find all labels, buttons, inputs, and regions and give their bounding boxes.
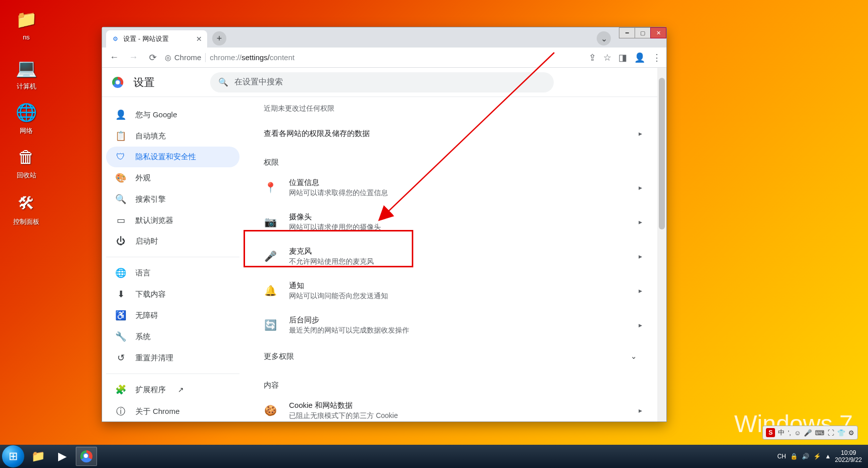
ime-item[interactable]: 👕: [837, 429, 845, 437]
network-icon: 🌐: [14, 100, 38, 124]
sidebar-item[interactable]: ▭默认浏览器: [106, 210, 239, 231]
desktop-icon-ns[interactable]: 📁 ns: [6, 7, 46, 41]
profile-icon[interactable]: 👤: [634, 52, 645, 63]
tray-item[interactable]: ⚡: [813, 453, 821, 460]
settings-body: 👤您与 Google📋自动填充🛡隐私设置和安全性🎨外观🔍搜索引擎▭默认浏览器⏻启…: [102, 97, 657, 422]
chevron-right-icon: ▸: [639, 218, 642, 226]
omnibox[interactable]: ◎ Chrome chrome://settings/content: [165, 53, 584, 62]
ime-item[interactable]: ⌨: [815, 429, 825, 437]
permission-item[interactable]: 🔄后台同步最近关闭的网站可以完成数据收发操作▸: [249, 308, 652, 342]
taskbar-clock[interactable]: 10:09 2022/9/22: [835, 449, 862, 464]
sidebar-item[interactable]: ⏻启动时: [106, 231, 239, 252]
sidebar-item-icon: 🔍: [115, 194, 126, 205]
chevron-right-icon: ▸: [639, 321, 642, 329]
tab-search-button[interactable]: ⌄: [597, 31, 611, 45]
sidebar-item[interactable]: 👤您与 Google: [106, 104, 239, 125]
nav-forward-button[interactable]: →: [126, 51, 140, 65]
permission-item[interactable]: 🔔通知网站可以询问能否向您发送通知▸: [249, 273, 652, 308]
ime-item[interactable]: ⛶: [828, 429, 834, 437]
taskbar-item-media-player[interactable]: ▶: [52, 447, 73, 466]
site-info-button[interactable]: ◎ Chrome: [165, 53, 206, 62]
sidebar-item[interactable]: ↺重置并清理: [106, 347, 239, 368]
section-label-permissions: 权限: [249, 148, 652, 170]
tray-item[interactable]: ▲: [825, 453, 831, 460]
maximize-button[interactable]: ▢: [635, 27, 651, 38]
ime-item[interactable]: 中: [778, 428, 785, 437]
system-tray: CH 🔒 🔊 ⚡ ▲ 10:09 2022/9/22: [777, 449, 866, 464]
kebab-menu-icon[interactable]: ⋮: [652, 52, 661, 63]
sidebar-separator: [106, 373, 239, 374]
desktop-icon-recycle-bin[interactable]: 🗑 回收站: [6, 145, 46, 180]
sidebar-item-icon: 🛡: [115, 152, 126, 162]
settings-app: 设置 🔍 在设置中搜索 👤您与 Google📋自动填充🛡隐私设置和安全性🎨外观🔍…: [102, 68, 657, 422]
more-permissions-row[interactable]: 更多权限 ⌄: [249, 342, 652, 370]
ime-item[interactable]: 🎤: [804, 429, 812, 437]
ime-item[interactable]: ☺: [794, 429, 801, 437]
share-icon[interactable]: ⇪: [589, 52, 596, 63]
sidebar-item[interactable]: 🧩扩展程序↗: [106, 379, 239, 400]
chrome-window: ⚙ 设置 - 网站设置 ✕ + ⌄ ━ ▢ ✕ ← → ⟳ ◎ Chrome: [102, 27, 667, 422]
permission-item-icon: 🔔: [264, 285, 277, 297]
desktop-icon-computer[interactable]: 💻 计算机: [6, 56, 46, 91]
taskbar-item-explorer[interactable]: 📁: [27, 447, 49, 466]
settings-main: 近期未更改过任何权限 查看各网站的权限及储存的数据 ▸ 权限 📍位置信息网站可以…: [244, 97, 657, 422]
browser-tab[interactable]: ⚙ 设置 - 网站设置 ✕: [106, 30, 207, 48]
desktop-icon-network[interactable]: 🌐 网络: [6, 100, 46, 135]
nav-reload-button[interactable]: ⟳: [146, 51, 160, 65]
bookmark-icon[interactable]: ☆: [603, 52, 611, 63]
sidebar-item[interactable]: 🌐语言: [106, 262, 239, 284]
settings-search-placeholder: 在设置中搜索: [234, 77, 283, 87]
permission-item-icon: 📷: [264, 216, 277, 228]
close-button[interactable]: ✕: [650, 27, 666, 38]
item-title: 位置信息: [289, 178, 626, 188]
scrollbar-thumb[interactable]: [659, 78, 665, 229]
ime-item[interactable]: ⚙: [848, 429, 854, 437]
permission-item[interactable]: 🎤麦克风不允许网站使用您的麦克风▸: [249, 239, 652, 273]
tray-item[interactable]: 🔒: [790, 453, 798, 460]
sidebar-item[interactable]: 🔧系统: [106, 326, 239, 347]
sidebar-item-label: 启动时: [135, 237, 158, 246]
sidebar-item[interactable]: 🔍搜索引擎: [106, 189, 239, 210]
scrollbar[interactable]: [657, 68, 666, 422]
permission-item-icon: 🔄: [264, 319, 277, 331]
tray-item[interactable]: CH: [777, 453, 786, 460]
nav-back-button[interactable]: ←: [107, 51, 121, 65]
search-icon: 🔍: [218, 77, 228, 87]
minimize-button[interactable]: ━: [619, 27, 635, 38]
sidebar-item-label: 语言: [135, 268, 151, 278]
side-panel-icon[interactable]: ◨: [618, 52, 627, 63]
sidebar-item-label: 无障碍: [135, 311, 158, 320]
sidebar-item[interactable]: ♿无障碍: [106, 305, 239, 326]
sidebar-item[interactable]: 🛡隐私设置和安全性: [106, 147, 239, 167]
section-label-content: 内容: [249, 370, 652, 393]
sidebar-item[interactable]: 🎨外观: [106, 167, 239, 189]
tray-item[interactable]: 🔊: [802, 453, 809, 460]
sidebar-item-icon: 👤: [115, 109, 126, 120]
sidebar-item-icon: 📋: [115, 130, 126, 142]
ime-item[interactable]: ’,: [788, 429, 791, 437]
sidebar-item-icon: 🌐: [115, 267, 126, 278]
ime-toolbar[interactable]: S 中 ’, ☺ 🎤 ⌨ ⛶ 👕 ⚙: [762, 426, 858, 440]
sidebar-item[interactable]: 📋自动填充: [106, 125, 239, 147]
sidebar-item-icon: ⬇: [115, 289, 126, 300]
settings-search-input[interactable]: 🔍 在设置中搜索: [210, 72, 554, 92]
sidebar-item[interactable]: ⓘ关于 Chrome: [106, 400, 239, 422]
sidebar-item[interactable]: ⬇下载内容: [106, 284, 239, 305]
view-site-data-row[interactable]: 查看各网站的权限及储存的数据 ▸: [249, 119, 652, 148]
item-subtitle: 网站可以请求使用您的摄像头: [289, 223, 626, 232]
recent-activity-row[interactable]: 近期未更改过任何权限: [249, 97, 652, 119]
desktop: 📁 ns 💻 计算机 🌐 网络 🗑 回收站 🛠 控制面板 Windows 7 S…: [0, 0, 868, 468]
tab-close-icon[interactable]: ✕: [196, 35, 202, 43]
cookie-icon: 🍪: [264, 404, 277, 416]
start-button[interactable]: ⊞: [2, 445, 24, 467]
clock-time: 10:09: [835, 449, 862, 456]
sidebar-item-label: 系统: [135, 332, 151, 342]
permission-item[interactable]: 📷摄像头网站可以请求使用您的摄像头▸: [249, 205, 652, 239]
desktop-icon-control-panel[interactable]: 🛠 控制面板: [6, 191, 46, 226]
new-tab-button[interactable]: +: [212, 31, 226, 45]
permission-item[interactable]: 📍位置信息网站可以请求取得您的位置信息▸: [249, 170, 652, 205]
sidebar-item-icon: 🧩: [115, 384, 126, 395]
taskbar-item-chrome[interactable]: [76, 447, 97, 466]
item-subtitle: 网站可以请求取得您的位置信息: [289, 189, 626, 198]
content-item-cookies[interactable]: 🍪 Cookie 和网站数据 已阻止无痕模式下的第三方 Cookie ▸: [249, 393, 652, 422]
